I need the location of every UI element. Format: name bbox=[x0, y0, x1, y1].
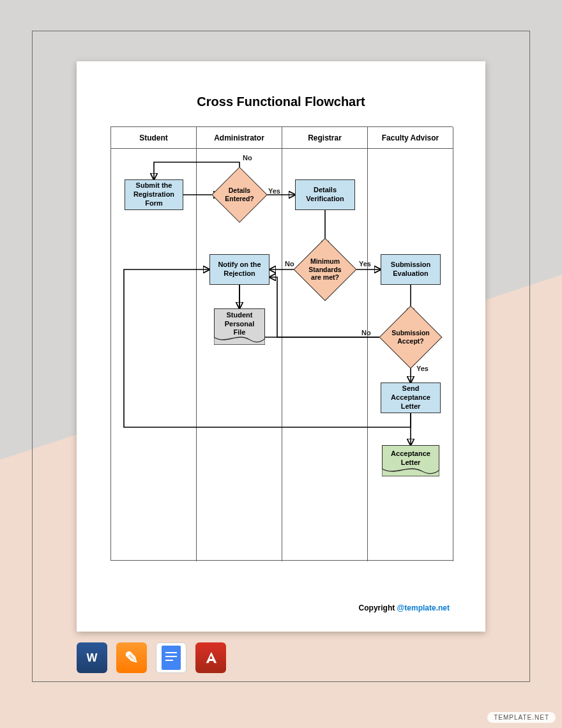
adobe-logo-icon bbox=[204, 651, 218, 665]
node-label: Details Entered? bbox=[225, 186, 254, 202]
copyright-text: Copyright bbox=[359, 603, 397, 612]
edge-label-yes: Yes bbox=[359, 260, 371, 268]
icon-glyph: W bbox=[87, 651, 98, 665]
edge-label-no: No bbox=[243, 154, 252, 162]
node-submission-accept: Submission Accept? bbox=[388, 315, 433, 360]
swimlane-chart: Student Administrator Registrar Faculty … bbox=[110, 126, 453, 561]
copyright-link[interactable]: @template.net bbox=[397, 603, 450, 612]
node-submit: Submit the Registration Form bbox=[125, 179, 183, 210]
node-notify-rejection: Notify on the Rejection bbox=[209, 254, 270, 285]
icon-glyph: ✎ bbox=[125, 648, 139, 668]
edge-label-yes: Yes bbox=[268, 187, 280, 195]
node-label: Student Personal File bbox=[218, 311, 261, 337]
node-label: Submission Accept? bbox=[391, 329, 430, 345]
edge-label-yes: Yes bbox=[416, 365, 429, 372]
word-icon[interactable]: W bbox=[77, 642, 107, 673]
page-title: Cross Functional Flowchart bbox=[77, 95, 485, 109]
node-student-file: Student Personal File bbox=[214, 308, 265, 344]
pdf-icon[interactable] bbox=[195, 642, 226, 673]
node-label: Acceptance Letter bbox=[386, 450, 435, 467]
pages-icon[interactable]: ✎ bbox=[116, 642, 147, 673]
node-label: Details Verification bbox=[300, 186, 351, 204]
node-label: Send Acceptance Letter bbox=[385, 384, 436, 411]
node-send-acceptance: Send Acceptance Letter bbox=[381, 383, 441, 413]
copyright: Copyright @template.net bbox=[359, 603, 450, 612]
format-icons-row: W ✎ bbox=[77, 642, 226, 673]
gdocs-icon[interactable] bbox=[156, 642, 186, 673]
edge-label-no: No bbox=[285, 260, 294, 268]
node-details-entered: Details Entered? bbox=[220, 175, 259, 215]
node-label: Submission Evaluation bbox=[385, 261, 436, 278]
document-page: Cross Functional Flowchart Student Admin… bbox=[77, 61, 485, 632]
node-acceptance-letter: Acceptance Letter bbox=[382, 445, 439, 476]
edge-label-no: No bbox=[361, 329, 371, 337]
node-details-verification: Details Verification bbox=[295, 179, 355, 210]
node-minimum-standards: Minimum Standards are met? bbox=[303, 247, 347, 292]
watermark: TEMPLATE.NET bbox=[487, 712, 556, 723]
node-submission-evaluation: Submission Evaluation bbox=[381, 254, 441, 285]
node-label: Minimum Standards are met? bbox=[308, 257, 341, 282]
node-label: Submit the Registration Form bbox=[129, 181, 179, 208]
node-label: Notify on the Rejection bbox=[214, 261, 265, 278]
